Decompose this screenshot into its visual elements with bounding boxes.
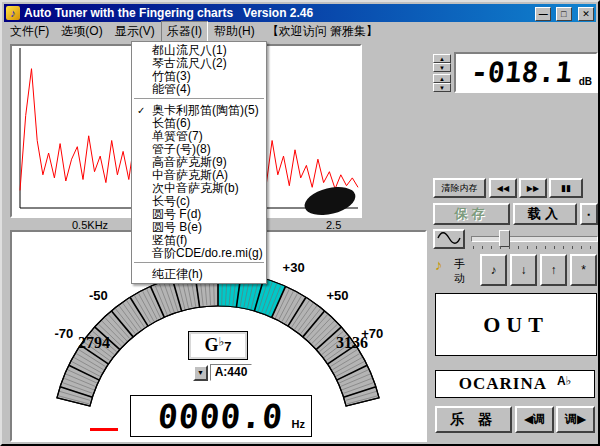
menu-option[interactable]: 高音萨克斯(9): [132, 156, 266, 169]
note-letter: G: [205, 335, 219, 356]
maximize-button[interactable]: □: [556, 7, 572, 21]
level-value: -018.1: [469, 56, 573, 89]
note-up-button[interactable]: ↑: [540, 254, 567, 286]
menu-option-label: 音阶CDE/do.re.mi(g): [152, 247, 263, 260]
menu-separator: [134, 262, 264, 266]
spin-down-icon[interactable]: ▼: [433, 63, 451, 72]
extra-small-button[interactable]: ▪: [580, 203, 598, 225]
menu-help[interactable]: 帮助(H): [208, 21, 261, 42]
menu-option-label: 中音萨克斯(A): [152, 169, 228, 182]
note-icon: ♪: [435, 256, 443, 273]
menu-option[interactable]: 中音萨克斯(A): [132, 169, 266, 182]
menu-option[interactable]: 都山流尺八(1): [132, 44, 266, 57]
reference-pitch-field[interactable]: A:440: [210, 364, 252, 381]
instrument-menu: 都山流尺八(1)琴古流尺八(2)竹笛(3)能管(4)✓奥卡利那笛(陶笛)(5)长…: [131, 41, 267, 284]
menu-option-label: 奥卡利那笛(陶笛)(5): [152, 104, 259, 117]
close-button[interactable]: ✕: [578, 7, 594, 21]
menu-option[interactable]: 单簧管(7): [132, 130, 266, 143]
gauge-scale-label: +30: [283, 260, 305, 275]
menu-option[interactable]: 音阶CDE/do.re.mi(g): [132, 247, 266, 260]
menu-file[interactable]: 文件(F): [4, 21, 55, 42]
volume-slider[interactable]: [471, 229, 598, 249]
menu-option[interactable]: 竹笛(3): [132, 70, 266, 83]
manual-star-button[interactable]: *: [570, 254, 597, 286]
tune-up-button[interactable]: 调▶: [556, 406, 595, 433]
rewind-button[interactable]: ◀◀: [489, 178, 517, 198]
menu-option[interactable]: 管子(号)(8): [132, 143, 266, 156]
instrument-name: OCARINA: [459, 374, 547, 394]
frequency-value: 0000.0: [156, 397, 285, 436]
menu-option-label: 次中音萨克斯(b): [152, 182, 239, 195]
note-display: G♭7: [188, 331, 248, 360]
menu-welcome-link[interactable]: 【欢迎访问 箫雅集】: [261, 21, 384, 42]
instrument-button[interactable]: 乐 器: [435, 406, 512, 433]
output-display: OUT: [435, 293, 597, 356]
menu-option-label: 琴古流尺八(2): [152, 57, 227, 70]
menu-option[interactable]: 琴古流尺八(2): [132, 57, 266, 70]
menu-separator: [134, 98, 264, 102]
note-octave: 7: [224, 339, 231, 354]
pitch-dropdown-button[interactable]: ▼: [193, 365, 208, 381]
manual-label: 手动: [454, 257, 468, 285]
manual-control-group: ♪ 手动 ♪ ↓ ↑ *: [434, 254, 599, 288]
check-icon: ✓: [137, 104, 145, 117]
gauge-scale-label: -70: [54, 326, 73, 341]
app-window: ♪ Auto Tuner with the Fingering charts V…: [0, 0, 600, 446]
load-button[interactable]: 载入: [513, 203, 577, 225]
menu-option[interactable]: 圆号 F(d): [132, 208, 266, 221]
menu-option-label: 管子(号)(8): [152, 143, 211, 156]
clear-memory-button[interactable]: 清除内存: [433, 178, 486, 198]
menu-option-label: 长笛(6): [152, 117, 191, 130]
menu-bar: 文件(F)选项(O)显示(V)乐器(I)帮助(H)【欢迎访问 箫雅集】: [4, 22, 596, 41]
frequency-unit: Hz: [292, 418, 305, 430]
gauge-scale-label: -50: [89, 288, 108, 303]
pause-button[interactable]: ▮▮: [549, 178, 583, 198]
lower-note-frequency: 2794: [78, 334, 110, 352]
upper-note-frequency: 3136: [336, 334, 368, 352]
menu-display[interactable]: 显示(V): [109, 21, 161, 42]
spin-up-icon[interactable]: ▲: [433, 74, 451, 83]
save-button[interactable]: 保存: [433, 203, 510, 225]
level-unit: dB: [579, 76, 592, 87]
minimize-button[interactable]: —: [535, 7, 551, 21]
needle-rest-mark: [90, 428, 118, 431]
menu-option[interactable]: 圆号 B(e): [132, 221, 266, 234]
menu-option[interactable]: 长笛(6): [132, 117, 266, 130]
output-text: OUT: [483, 312, 549, 338]
menu-option-label: 圆号 F(d): [152, 208, 201, 221]
title-bar: ♪ Auto Tuner with the Fingering charts V…: [4, 4, 596, 22]
level-display: -018.1 dB: [454, 52, 598, 93]
menu-option[interactable]: 竖笛(f): [132, 234, 266, 247]
slider-thumb[interactable]: [499, 230, 510, 247]
instrument-key: A♭: [557, 374, 571, 388]
menu-option[interactable]: ✓奥卡利那笛(陶笛)(5): [132, 104, 266, 117]
menu-option[interactable]: 纯正律(h): [132, 268, 266, 281]
menu-option-label: 高音萨克斯(9): [152, 156, 227, 169]
menu-option-label: 单簧管(7): [152, 130, 203, 143]
menu-option[interactable]: 次中音萨克斯(b): [132, 182, 266, 195]
window-controls: — □ ✕: [534, 6, 594, 21]
frequency-readout: 0000.0 Hz: [130, 395, 312, 437]
tune-down-button[interactable]: ◀调: [515, 406, 554, 433]
spinner-lower: ▲ ▼: [433, 74, 451, 92]
menu-options[interactable]: 选项(O): [55, 21, 108, 42]
level-spinners: ▲ ▼ ▲ ▼: [433, 54, 451, 94]
waveform-button[interactable]: [433, 229, 465, 249]
manual-note-button[interactable]: ♪: [480, 254, 507, 286]
slider-ticks: [473, 246, 596, 249]
menu-option-label: 都山流尺八(1): [152, 44, 227, 57]
sine-wave-icon: [437, 232, 461, 244]
window-title: Auto Tuner with the Fingering charts Ver…: [24, 6, 534, 20]
note-down-button[interactable]: ↓: [510, 254, 537, 286]
menu-option-label: 能管(4): [152, 83, 191, 96]
spin-up-icon[interactable]: ▲: [433, 54, 451, 63]
spin-down-icon[interactable]: ▼: [433, 83, 451, 92]
menu-option[interactable]: 能管(4): [132, 83, 266, 96]
menu-option-label: 圆号 B(e): [152, 221, 202, 234]
menu-option-label: 竖笛(f): [152, 234, 187, 247]
reference-pitch-row: ▼ A:440: [193, 364, 252, 381]
menu-option[interactable]: 长号(c): [132, 195, 266, 208]
menu-instrument[interactable]: 乐器(I): [161, 21, 208, 42]
gauge-scale-label: +50: [327, 288, 349, 303]
forward-button[interactable]: ▶▶: [519, 178, 547, 198]
